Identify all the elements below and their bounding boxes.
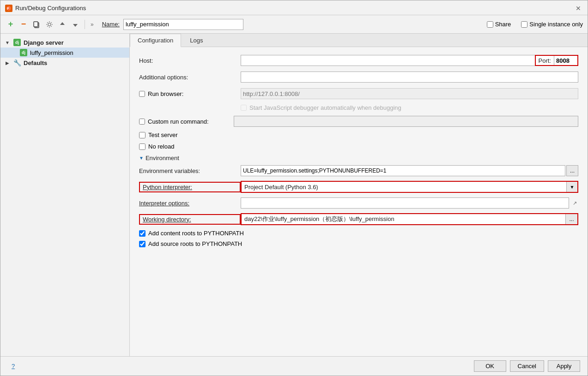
single-instance-label: Single instance only [521, 21, 583, 28]
env-variables-label: Environment variables: [139, 167, 241, 174]
add-content-roots-label: Add content roots to PYTHONPATH [148, 230, 244, 237]
luffy-permission-label: luffy_permission [30, 49, 73, 56]
interpreter-options-label: Interpreter options: [139, 200, 241, 207]
share-section: Share Single instance only [487, 21, 583, 28]
tabs: Configuration Logs [130, 34, 588, 47]
bottom-bar: ? OK Cancel Apply [0, 356, 588, 376]
host-row: Host: Port: [139, 54, 578, 66]
additional-options-input[interactable] [241, 72, 578, 83]
env-variables-browse-button[interactable]: ... [566, 165, 578, 176]
config-panel: Host: Port: Additional options: [130, 47, 588, 356]
working-directory-input-group: day22\作业\luffy_permission（初恋版）\luffy_per… [241, 213, 578, 225]
port-label: Port: [536, 56, 554, 65]
toolbar: + − » Name: Share [0, 15, 588, 34]
wrench-icon: 🔧 [13, 59, 21, 66]
close-button[interactable]: ✕ [574, 4, 583, 13]
pycharm-icon: P [5, 5, 12, 12]
environment-header: ▼ Environment [139, 155, 578, 161]
no-reload-row: No reload [139, 143, 578, 150]
js-debugger-label: Start JavaScript debugger automatically … [249, 104, 401, 111]
js-debugger-checkbox [241, 105, 247, 111]
host-input[interactable] [241, 55, 535, 66]
defaults-label: Defaults [24, 60, 47, 66]
host-label: Host: [139, 57, 241, 64]
interpreter-options-row: Interpreter options: ↗ [139, 197, 578, 209]
django-server-label: Django server [24, 39, 64, 46]
dj-child-icon: dj [20, 49, 27, 56]
additional-options-row: Additional options: [139, 71, 578, 83]
add-content-roots-checkbox[interactable] [139, 230, 145, 237]
name-section: Name: [102, 19, 243, 30]
test-server-checkbox[interactable] [139, 132, 145, 138]
interpreter-dropdown-arrow[interactable]: ▼ [566, 182, 577, 192]
sidebar-item-django-server[interactable]: ▼ dj Django server [0, 37, 129, 48]
no-reload-checkbox[interactable] [139, 143, 145, 150]
right-panel: Configuration Logs Host: Port: [130, 34, 588, 356]
remove-button[interactable]: − [18, 19, 29, 30]
move-up-button[interactable] [57, 19, 68, 30]
sidebar-item-luffy-permission[interactable]: dj luffy_permission [0, 48, 129, 58]
port-input[interactable] [554, 56, 577, 65]
python-interpreter-row: Python interpreter: Project Default (Pyt… [139, 181, 578, 193]
python-interpreter-label: Python interpreter: [139, 182, 241, 192]
custom-run-input[interactable] [234, 116, 578, 127]
test-server-row: Test server [139, 131, 578, 138]
working-directory-browse-button[interactable]: ... [565, 214, 577, 224]
share-checkbox[interactable] [487, 21, 493, 28]
sidebar: ▼ dj Django server dj luffy_permission ▶… [0, 34, 130, 356]
single-instance-checkbox[interactable] [521, 21, 527, 28]
run-browser-row: Run browser: [139, 88, 578, 100]
add-source-roots-label: Add source roots to PYTHONPATH [148, 240, 242, 247]
apply-button[interactable]: Apply [548, 360, 580, 372]
more-actions[interactable]: » [89, 21, 96, 28]
custom-run-label: Custom run command: [148, 118, 231, 125]
custom-run-checkbox[interactable] [139, 119, 145, 125]
add-source-roots-row: Add source roots to PYTHONPATH [139, 240, 578, 247]
environment-label: Environment [145, 155, 179, 161]
port-box: Port: [535, 55, 578, 66]
django-icon: dj [13, 39, 21, 46]
browser-url-input[interactable] [241, 88, 578, 99]
main-content: ▼ dj Django server dj luffy_permission ▶… [0, 34, 588, 356]
dialog-title: Run/Debug Configurations [15, 5, 86, 12]
additional-options-label: Additional options: [139, 74, 241, 81]
tab-configuration[interactable]: Configuration [130, 34, 181, 47]
move-down-button[interactable] [70, 19, 81, 30]
run-debug-dialog: P Run/Debug Configurations ✕ + − » Name: [0, 0, 588, 376]
js-debugger-row: Start JavaScript debugger automatically … [139, 104, 578, 111]
env-variables-input[interactable] [241, 165, 565, 176]
svg-point-4 [48, 23, 51, 26]
title-bar: P Run/Debug Configurations ✕ [0, 0, 588, 15]
cancel-button[interactable]: Cancel [510, 360, 544, 372]
copy-button[interactable] [31, 19, 42, 30]
name-input[interactable] [123, 19, 243, 30]
tab-logs[interactable]: Logs [182, 34, 211, 47]
interpreter-options-input[interactable] [241, 197, 569, 209]
expand-icon: ▼ [4, 39, 11, 46]
add-content-roots-row: Add content roots to PYTHONPATH [139, 230, 578, 237]
run-browser-checkbox-group: Run browser: [139, 90, 241, 97]
expand-defaults-icon: ▶ [4, 60, 11, 66]
add-source-roots-checkbox[interactable] [139, 241, 145, 247]
working-directory-label: Working directory: [139, 214, 241, 225]
custom-run-row: Custom run command: [139, 116, 578, 127]
env-variables-row: Environment variables: ... [139, 165, 578, 176]
name-label: Name: [102, 21, 120, 28]
run-browser-checkbox[interactable] [139, 91, 145, 97]
share-text: Share [495, 21, 511, 28]
svg-text:P: P [7, 7, 9, 10]
title-bar-left: P Run/Debug Configurations [5, 5, 86, 12]
toolbar-separator [85, 20, 85, 29]
run-browser-label: Run browser: [148, 90, 183, 97]
no-reload-label: No reload [148, 143, 174, 150]
ok-button[interactable]: OK [474, 360, 506, 372]
interpreter-select[interactable]: Project Default (Python 3.6) ▼ [241, 181, 578, 193]
working-directory-value: day22\作业\luffy_permission（初恋版）\luffy_per… [242, 215, 565, 223]
single-instance-text: Single instance only [529, 21, 583, 28]
add-button[interactable]: + [5, 19, 16, 30]
settings-button[interactable] [44, 19, 55, 30]
help-button[interactable]: ? [8, 361, 18, 371]
share-label: Share [487, 21, 511, 28]
sidebar-item-defaults[interactable]: ▶ 🔧 Defaults [0, 58, 129, 68]
test-server-label: Test server [148, 131, 178, 138]
